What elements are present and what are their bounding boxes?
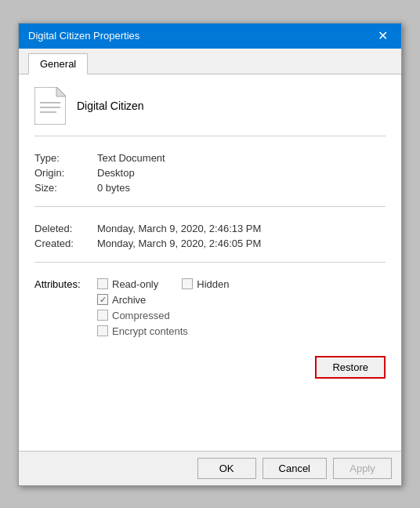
checkboxes-container: Read-only Hidden Archive — [97, 278, 229, 337]
tab-bar: General — [19, 49, 401, 74]
dates-section: Deleted: Monday, March 9, 2020, 2:46:13 … — [34, 216, 386, 263]
created-value: Monday, March 9, 2020, 2:46:05 PM — [97, 238, 261, 249]
checkbox-readonly-label: Read-only — [112, 278, 158, 290]
type-value: Text Document — [97, 152, 165, 164]
attr-row-1: Read-only Hidden — [97, 278, 229, 290]
apply-button[interactable]: Apply — [333, 458, 392, 479]
origin-value: Desktop — [97, 167, 135, 179]
attr-row-3: Compressed — [97, 310, 229, 321]
checkbox-encrypt: Encrypt contents — [97, 325, 188, 337]
info-section: Type: Text Document Origin: Desktop Size… — [34, 146, 386, 207]
file-header: Digital Citizen — [34, 87, 386, 136]
attr-row-4: Encrypt contents — [97, 325, 229, 337]
origin-label: Origin: — [34, 167, 97, 179]
checkbox-archive-label: Archive — [112, 294, 146, 306]
attributes-section: Attributes: Read-only Hidden — [34, 272, 386, 348]
checkbox-readonly-box[interactable] — [97, 278, 108, 289]
checkbox-compressed: Compressed — [97, 310, 170, 321]
dialog-title: Digital Citizen Properties — [28, 30, 139, 42]
size-value: 0 bytes — [97, 182, 130, 194]
checkbox-compressed-box — [97, 310, 108, 321]
attributes-row: Attributes: Read-only Hidden — [34, 278, 386, 337]
footer: OK Cancel Apply — [19, 451, 401, 485]
size-row: Size: 0 bytes — [34, 182, 386, 194]
origin-row: Origin: Desktop — [34, 167, 386, 179]
checkbox-hidden-label: Hidden — [197, 278, 229, 290]
type-label: Type: — [34, 152, 97, 164]
file-name: Digital Citizen — [77, 100, 144, 112]
attributes-label: Attributes: — [34, 278, 97, 290]
deleted-label: Deleted: — [34, 223, 97, 234]
deleted-value: Monday, March 9, 2020, 2:46:13 PM — [97, 223, 261, 234]
checkbox-encrypt-box — [97, 325, 108, 336]
svg-marker-1 — [56, 87, 66, 96]
properties-dialog: Digital Citizen Properties ✕ General Dig… — [18, 23, 402, 486]
checkbox-compressed-label: Compressed — [112, 310, 170, 321]
file-icon — [34, 87, 66, 125]
created-label: Created: — [34, 238, 97, 249]
ok-button[interactable]: OK — [197, 458, 256, 479]
restore-button[interactable]: Restore — [315, 356, 386, 379]
type-row: Type: Text Document — [34, 152, 386, 164]
checkbox-hidden-box[interactable] — [182, 278, 193, 289]
cancel-button[interactable]: Cancel — [262, 458, 327, 479]
checkbox-archive[interactable]: Archive — [97, 294, 146, 306]
title-bar: Digital Citizen Properties ✕ — [19, 24, 401, 49]
deleted-row: Deleted: Monday, March 9, 2020, 2:46:13 … — [34, 223, 386, 234]
checkbox-archive-box[interactable] — [97, 294, 108, 305]
checkbox-encrypt-label: Encrypt contents — [112, 325, 188, 337]
checkbox-readonly[interactable]: Read-only — [97, 278, 158, 290]
size-label: Size: — [34, 182, 97, 194]
created-row: Created: Monday, March 9, 2020, 2:46:05 … — [34, 238, 386, 249]
restore-area: Restore — [34, 348, 386, 391]
tab-general[interactable]: General — [28, 53, 88, 74]
close-button[interactable]: ✕ — [373, 27, 392, 45]
attr-row-2: Archive — [97, 294, 229, 306]
tab-content: Digital Citizen Type: Text Document Orig… — [19, 74, 401, 451]
checkbox-hidden[interactable]: Hidden — [182, 278, 229, 290]
